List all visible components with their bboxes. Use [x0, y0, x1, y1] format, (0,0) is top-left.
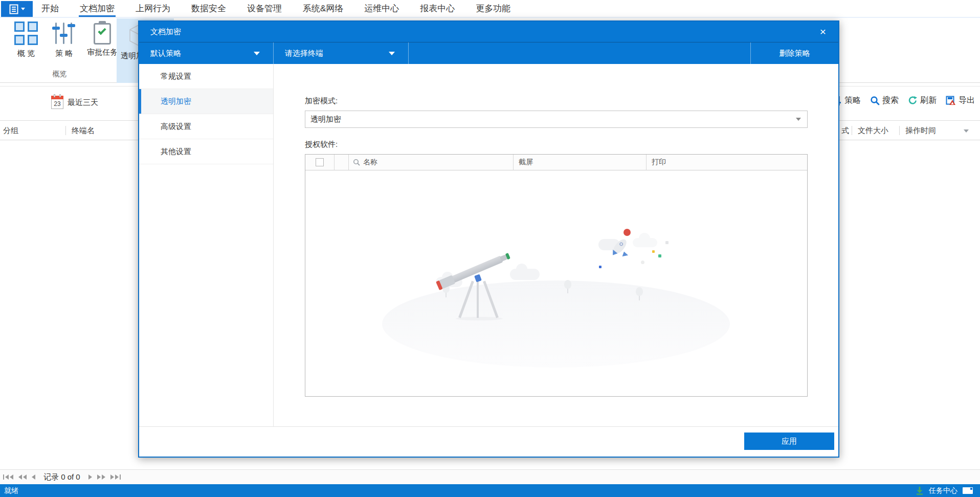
ribbon-overview-label: 概 览	[17, 49, 35, 58]
screen: 开始 文档加密 上网行为 数据安全 设备管理 系统&网络 运维中心 报表中心 更…	[0, 0, 980, 497]
confetti-dot	[652, 250, 655, 253]
close-icon[interactable]: ×	[817, 26, 829, 38]
pagination-bar: 记录 0 of 0	[0, 469, 980, 484]
column-options-caret-icon[interactable]	[964, 129, 969, 133]
confetti-dot	[599, 266, 602, 268]
menu-tab-device-mgmt[interactable]: 设备管理	[247, 0, 282, 17]
dialog-nav: 常规设置 透明加密 高级设置 其他设置	[139, 64, 274, 426]
column-file-size[interactable]: 文件大小	[858, 121, 888, 140]
status-bar: 就绪 任务中心	[0, 484, 980, 497]
name-column-header[interactable]: 名称	[348, 155, 513, 170]
dialog-content: 加密模式: 透明加密 授权软件:	[274, 64, 838, 426]
policy-tool-label: 策略	[844, 95, 861, 106]
clipboard-check-icon	[93, 21, 112, 45]
menu-tab-ops-center[interactable]: 运维中心	[364, 0, 399, 17]
authorized-software-table: 名称 截屏 打印	[305, 154, 808, 397]
column-divider	[899, 126, 900, 135]
sliders-icon	[52, 21, 76, 46]
doc-encrypt-dialog: 文档加密 × 默认策略 请选择终端 删除策略 常规设置 透明加密 高级设置 其他…	[138, 20, 839, 458]
ribbon-policy-label: 策 略	[55, 49, 73, 58]
menu-tab-more[interactable]: 更多功能	[476, 0, 510, 17]
menu-tab-system-network[interactable]: 系统&网络	[303, 0, 343, 17]
record-count: 记录 0 of 0	[43, 472, 80, 482]
right-tools: 策略 搜索 刷新	[834, 95, 975, 106]
icon-column-cell	[334, 155, 348, 170]
dialog-toolbar: 默认策略 请选择终端 删除策略	[139, 42, 838, 64]
fast-prev-button[interactable]	[18, 474, 27, 480]
status-right-area: 任务中心	[916, 486, 973, 495]
select-all-cell	[305, 155, 334, 170]
planet-dot	[623, 229, 631, 236]
export-tool-button[interactable]: 导出	[946, 95, 975, 106]
app-menu-button[interactable]	[1, 1, 33, 17]
menu-tab-data-security[interactable]: 数据安全	[191, 0, 226, 17]
refresh-tool-label: 刷新	[920, 95, 937, 106]
nav-advanced-settings[interactable]: 高级设置	[139, 114, 273, 139]
software-table-header: 名称 截屏 打印	[305, 155, 807, 170]
chevron-down-icon	[21, 8, 25, 10]
menubar: 开始 文档加密 上网行为 数据安全 设备管理 系统&网络 运维中心 报表中心 更…	[0, 0, 980, 18]
screenshot-column-label: 截屏	[519, 158, 533, 167]
search-icon	[353, 159, 360, 166]
column-divider	[65, 126, 66, 135]
column-terminal-name[interactable]: 终端名	[72, 121, 95, 140]
terminal-select[interactable]: 请选择终端	[274, 42, 409, 64]
telescope-illustration	[447, 262, 528, 323]
dialog-footer: 应用	[139, 426, 838, 457]
dialog-title-bar: 文档加密 ×	[139, 21, 838, 42]
calendar-day: 23	[52, 100, 63, 107]
refresh-tool-button[interactable]: 刷新	[908, 95, 937, 106]
last-page-button[interactable]	[110, 474, 121, 480]
status-ready-label: 就绪	[4, 486, 18, 495]
column-divider	[852, 126, 852, 135]
column-partial[interactable]: 式	[841, 121, 849, 140]
encrypt-mode-value: 透明加密	[310, 115, 341, 124]
select-all-checkbox[interactable]	[316, 158, 324, 166]
software-table-empty-body	[305, 170, 807, 396]
empty-state-hill	[382, 280, 730, 368]
search-icon	[870, 96, 880, 105]
list-icon	[9, 4, 18, 14]
search-tool-label: 搜索	[882, 95, 899, 106]
menu-tab-doc-encrypt[interactable]: 文档加密	[80, 0, 115, 17]
export-icon	[946, 96, 956, 105]
task-window-icon[interactable]	[963, 487, 973, 494]
nav-other-settings[interactable]: 其他设置	[139, 139, 273, 164]
encrypt-mode-label: 加密模式:	[305, 96, 838, 106]
date-filter-label: 最近三天	[68, 98, 98, 107]
apply-button[interactable]: 应用	[744, 433, 834, 450]
menu-tab-report-center[interactable]: 报表中心	[420, 0, 455, 17]
refresh-icon	[908, 96, 918, 105]
toolbar-spacer	[409, 42, 750, 64]
menu-tab-web-behavior[interactable]: 上网行为	[136, 0, 170, 17]
delete-policy-button[interactable]: 删除策略	[750, 42, 838, 64]
name-column-label: 名称	[363, 158, 377, 167]
encrypt-mode-select[interactable]: 透明加密	[305, 111, 808, 128]
search-tool-button[interactable]: 搜索	[870, 95, 899, 106]
print-column-header[interactable]: 打印	[646, 155, 807, 170]
policy-select[interactable]: 默认策略	[139, 42, 274, 64]
first-page-button[interactable]	[3, 474, 13, 480]
rocket-illustration	[608, 236, 638, 267]
column-group[interactable]: 分组	[3, 121, 18, 140]
menu-tab-start[interactable]: 开始	[41, 0, 59, 17]
menu-tabs: 开始 文档加密 上网行为 数据安全 设备管理 系统&网络 运维中心 报表中心 更…	[41, 0, 510, 17]
dialog-body: 常规设置 透明加密 高级设置 其他设置 加密模式: 透明加密 授权软件:	[139, 64, 838, 426]
screenshot-column-header[interactable]: 截屏	[513, 155, 646, 170]
date-filter[interactable]: 23 最近三天	[51, 96, 98, 109]
nav-general-settings[interactable]: 常规设置	[139, 64, 273, 89]
task-center-button[interactable]: 任务中心	[929, 486, 957, 495]
nav-transparent-encrypt[interactable]: 透明加密	[139, 89, 273, 114]
chevron-down-icon	[254, 52, 260, 55]
tree-shape	[564, 280, 571, 293]
tree-shape	[636, 287, 643, 300]
next-page-button[interactable]	[88, 474, 92, 480]
chevron-down-icon	[389, 52, 395, 55]
fast-next-button[interactable]	[97, 474, 105, 480]
column-op-time[interactable]: 操作时间	[905, 121, 936, 140]
calendar-icon: 23	[51, 96, 63, 109]
print-column-label: 打印	[652, 158, 666, 167]
ribbon-approval-label: 审批任务	[87, 48, 118, 57]
prev-page-button[interactable]	[32, 474, 35, 480]
authorized-software-label: 授权软件:	[305, 140, 838, 149]
